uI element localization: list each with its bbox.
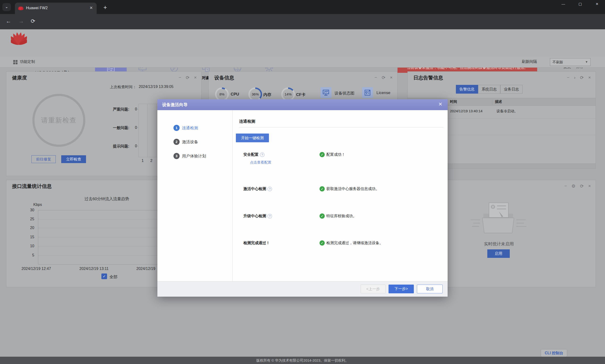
license-button[interactable] bbox=[362, 87, 373, 98]
tab-search-button[interactable]: ⌄ bbox=[2, 3, 11, 11]
next-step-button[interactable]: 下一步> bbox=[388, 285, 414, 293]
log-panel-title: 日志告警信息 bbox=[413, 75, 443, 81]
check-label-activation-center: 激活中心检测 ? bbox=[244, 186, 272, 192]
cancel-button[interactable]: 取消 bbox=[417, 285, 443, 293]
y-tick: 25 bbox=[25, 217, 34, 221]
stats-empty-text: 实时统计未启用 bbox=[463, 241, 534, 247]
minimize-icon[interactable]: − bbox=[567, 75, 569, 80]
y-tick: 10 bbox=[25, 244, 34, 248]
window-minimize-icon[interactable]: — bbox=[562, 2, 565, 6]
tab-alarm-info[interactable]: 告警信息 bbox=[456, 85, 478, 94]
view-config-link[interactable]: 点击查看配置 bbox=[250, 160, 271, 165]
refresh-interval-label: 刷新间隔 bbox=[522, 59, 537, 64]
check-now-button[interactable]: 立即检查 bbox=[61, 155, 86, 163]
refresh-interval-select[interactable]: 不刷新 ▼ bbox=[550, 58, 591, 66]
tab-business-log[interactable]: 业务日志 bbox=[500, 85, 523, 94]
success-check-icon: ✓ bbox=[320, 186, 325, 192]
browser-tab[interactable]: Huawei FW2 ✕ bbox=[15, 3, 97, 14]
activation-wizard-dialog: 设备激活向导 ✕ 1 连通检测 2 激活设备 3 用户体验计划 连通检测 开始一… bbox=[157, 99, 448, 297]
wizard-title: 设备激活向导 bbox=[162, 102, 188, 107]
check-label-security: 安全配置 ? bbox=[244, 152, 264, 157]
close-icon[interactable]: × bbox=[194, 75, 197, 80]
previous-step-button[interactable]: <上一步 bbox=[361, 285, 386, 293]
refresh-icon[interactable]: ⟳ bbox=[580, 75, 584, 80]
customize-label[interactable]: 功能定制 bbox=[20, 59, 35, 64]
huawei-logo-icon bbox=[11, 32, 27, 46]
y-axis bbox=[38, 210, 38, 264]
x-tick-label: 2024/12/19 13:11 bbox=[79, 267, 108, 271]
help-icon[interactable]: ? bbox=[260, 153, 264, 157]
step-number: 3 bbox=[173, 153, 180, 159]
refresh-interval-value: 不刷新 bbox=[553, 60, 563, 64]
reload-icon[interactable]: ⟳ bbox=[31, 18, 35, 24]
step-user-experience[interactable]: 3 用户体验计划 bbox=[173, 153, 206, 159]
window-maximize-icon[interactable]: ▢ bbox=[579, 2, 582, 6]
chevron-down-icon: ⌄ bbox=[5, 5, 8, 9]
customize-grid-icon bbox=[13, 60, 17, 64]
close-icon[interactable]: × bbox=[588, 183, 591, 189]
step-label: 用户体验计划 bbox=[182, 153, 206, 159]
cli-console-button[interactable]: CLI 控制台 bbox=[541, 349, 567, 357]
minimize-icon[interactable]: − bbox=[564, 183, 567, 189]
tab-system-log[interactable]: 系统日志 bbox=[478, 85, 500, 94]
minimize-icon[interactable]: − bbox=[179, 75, 181, 80]
check-label-complete: 检测完成通过！ bbox=[244, 241, 270, 246]
success-check-icon: ✓ bbox=[320, 152, 325, 157]
expand-icon[interactable]: › bbox=[574, 75, 576, 80]
function-bar: 功能定制 刷新间隔 不刷新 ▼ bbox=[0, 57, 605, 68]
x-tick-label: 2024/12/19 12:47 bbox=[22, 267, 51, 271]
close-icon[interactable]: × bbox=[588, 75, 591, 80]
help-icon[interactable]: ? bbox=[268, 214, 272, 218]
memory-gauge-label: 内存 bbox=[263, 92, 271, 97]
chart-y-unit: Kbps bbox=[33, 203, 42, 207]
y-tick: 5 bbox=[25, 253, 34, 257]
step-number: 1 bbox=[173, 125, 180, 131]
step-number: 2 bbox=[173, 139, 180, 145]
copyright-footer: 版权所有 © 华为技术有限公司2014-2023。保留一切权利。 bbox=[0, 357, 605, 364]
step-activate-device[interactable]: 2 激活设备 bbox=[173, 139, 198, 145]
status-map-label[interactable]: 设备状态图 bbox=[335, 91, 355, 96]
window-close-icon[interactable]: ✕ bbox=[595, 2, 599, 6]
step-connectivity[interactable]: 1 连通检测 bbox=[173, 125, 198, 131]
license-icon bbox=[364, 89, 371, 96]
chart-title: 过去60分钟流入流量趋势 bbox=[65, 196, 148, 202]
check-status-activation-center: ✓ 获取激活中心服务器信息成功。 bbox=[320, 186, 379, 192]
settings-gear-icon[interactable]: ⚙ bbox=[571, 183, 576, 189]
y-tick: 30 bbox=[25, 208, 34, 212]
start-detect-button[interactable]: 开始一键检测 bbox=[236, 133, 269, 142]
last-check-time: 2024/12/19 13:39:05 bbox=[139, 85, 173, 89]
help-icon[interactable]: ? bbox=[268, 187, 272, 191]
minimize-icon[interactable]: − bbox=[374, 75, 377, 80]
health-panel-title: 健康度 bbox=[12, 75, 27, 81]
wizard-close-icon[interactable]: ✕ bbox=[438, 101, 442, 107]
back-icon[interactable]: ← bbox=[6, 18, 11, 24]
y-tick: 15 bbox=[25, 235, 34, 239]
huawei-favicon-icon bbox=[18, 6, 23, 11]
close-icon[interactable]: × bbox=[390, 75, 393, 80]
empty-box-illustration: ! bbox=[469, 201, 528, 239]
license-label[interactable]: License bbox=[376, 91, 390, 95]
cf-card-gauge-label: CF卡 bbox=[296, 92, 306, 97]
check-status-security: ✓ 配置成功！ bbox=[320, 152, 345, 157]
mini-chart-x-label: 2 bbox=[150, 159, 153, 163]
legend-label[interactable]: 全部 bbox=[109, 274, 117, 280]
status-map-icon bbox=[322, 89, 329, 96]
repair-button[interactable]: 前往修复 bbox=[31, 155, 56, 163]
log-row-time: 2024/12/19 13:40:14 bbox=[450, 109, 483, 113]
refresh-icon[interactable]: ⟳ bbox=[580, 183, 584, 189]
enable-button[interactable]: 启用 bbox=[487, 249, 510, 258]
device-panel-title: 设备信息 bbox=[214, 75, 234, 81]
column-time: 时间 bbox=[450, 100, 457, 104]
tab-title: Huawei FW2 bbox=[26, 6, 48, 10]
column-description: 描述 bbox=[495, 100, 502, 104]
refresh-icon[interactable]: ⟳ bbox=[186, 75, 190, 80]
browser-toolbar: ← → ⟳ × 不安全 https://192.168.0.1:8443/def… bbox=[0, 14, 605, 29]
refresh-icon[interactable]: ⟳ bbox=[382, 75, 386, 80]
forward-icon[interactable]: → bbox=[18, 18, 24, 24]
screen: ⌄ Huawei FW2 ✕ + — ▢ ✕ ← → bbox=[0, 0, 605, 364]
new-tab-button[interactable]: + bbox=[101, 4, 109, 12]
tab-close-icon[interactable]: ✕ bbox=[90, 5, 93, 10]
wizard-steps: 1 连通检测 2 激活设备 3 用户体验计划 bbox=[157, 110, 232, 281]
device-status-map-button[interactable] bbox=[321, 87, 331, 98]
legend-checkbox[interactable]: ✓ bbox=[101, 273, 107, 279]
